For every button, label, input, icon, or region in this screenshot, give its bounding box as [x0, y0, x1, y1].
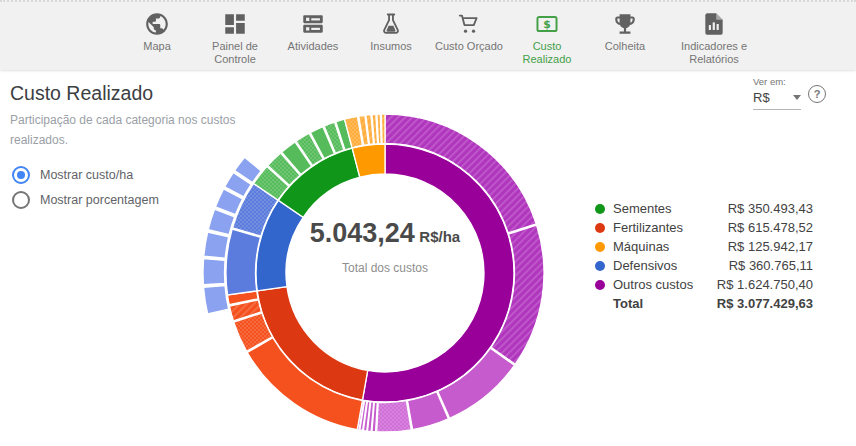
- legend-value: R$ 125.942,17: [728, 239, 813, 254]
- nav-label: Atividades: [288, 40, 339, 53]
- nav-label: Colheita: [605, 40, 645, 53]
- legend-dot: [595, 223, 605, 233]
- legend-name: Defensivos: [613, 258, 729, 273]
- legend-name: Sementes: [613, 201, 728, 216]
- legend-row-sementes[interactable]: Sementes R$ 350.493,43: [595, 199, 813, 218]
- radio-button-icon: [12, 166, 30, 184]
- legend-total-value: R$ 3.077.429,63: [717, 296, 813, 311]
- nav-item-custo-orcado[interactable]: Custo Orçado: [430, 2, 508, 70]
- chart-segment[interactable]: [204, 232, 229, 258]
- legend-value: R$ 615.478,52: [728, 220, 813, 235]
- legend-dot: [595, 261, 605, 271]
- legend-dot: [595, 204, 605, 214]
- cart-icon: [456, 10, 482, 38]
- flask-icon: [378, 10, 404, 38]
- help-icon[interactable]: ?: [808, 85, 826, 103]
- nav-items: Mapa Painel de Controle Atividades Insum…: [118, 2, 764, 70]
- nav-label: Insumos: [370, 40, 412, 53]
- trophy-icon: [612, 10, 638, 38]
- legend-name: Máquinas: [613, 239, 728, 254]
- report-icon: [701, 10, 727, 38]
- legend-row-defensivos[interactable]: Defensivos R$ 360.765,11: [595, 256, 813, 275]
- cost-sunburst-chart[interactable]: [200, 95, 580, 446]
- top-navigation: Mapa Painel de Controle Atividades Insum…: [0, 0, 856, 70]
- legend-row-maquinas[interactable]: Máquinas R$ 125.942,17: [595, 237, 813, 256]
- activities-icon: [300, 10, 326, 38]
- legend-row-total: Total R$ 3.077.429,63: [595, 294, 813, 313]
- nav-label: Custo Orçado: [435, 40, 503, 53]
- chart-legend: Sementes R$ 350.493,43 Fertilizantes R$ …: [595, 199, 813, 313]
- nav-item-colheita[interactable]: Colheita: [586, 2, 664, 70]
- legend-value: R$ 360.765,11: [729, 258, 813, 273]
- nav-label: Custo Realizado: [508, 40, 586, 66]
- nav-item-mapa[interactable]: Mapa: [118, 2, 196, 70]
- nav-item-insumos[interactable]: Insumos: [352, 2, 430, 70]
- legend-value: R$ 1.624.750,40: [717, 277, 813, 292]
- nav-item-indicadores-relatorios[interactable]: Indicadores e Relatórios: [664, 2, 764, 70]
- svg-text:$: $: [543, 18, 551, 31]
- display-mode-options: Mostrar custo/ha Mostrar porcentagem: [12, 166, 159, 216]
- nav-item-atividades[interactable]: Atividades: [274, 2, 352, 70]
- chart-segment[interactable]: [204, 286, 229, 314]
- chart-segment-pattern: [377, 401, 412, 432]
- chart-segment[interactable]: [203, 259, 225, 285]
- radio-mostrar-porcentagem[interactable]: Mostrar porcentagem: [12, 191, 159, 209]
- legend-total-label: Total: [613, 296, 717, 311]
- legend-dot-spacer: [595, 299, 605, 309]
- nav-item-custo-realizado[interactable]: $ Custo Realizado: [508, 2, 586, 70]
- legend-dot: [595, 242, 605, 252]
- money-icon: $: [534, 10, 560, 38]
- legend-name: Fertilizantes: [613, 220, 728, 235]
- globe-icon: [144, 10, 170, 38]
- nav-label: Indicadores e Relatórios: [664, 40, 764, 66]
- radio-mostrar-custo-ha[interactable]: Mostrar custo/ha: [12, 166, 159, 184]
- radio-button-icon: [12, 191, 30, 209]
- legend-row-outros-custos[interactable]: Outros custos R$ 1.624.750,40: [595, 275, 813, 294]
- view-in-label: Ver em:: [753, 76, 801, 87]
- dashboard-icon: [222, 10, 248, 38]
- currency-dropdown-value: R$: [753, 90, 770, 105]
- nav-label: Mapa: [143, 40, 171, 53]
- chevron-down-icon: [793, 95, 801, 100]
- legend-dot: [595, 280, 605, 290]
- legend-value: R$ 350.493,43: [728, 201, 813, 216]
- view-in-control: Ver em: R$: [753, 76, 801, 110]
- radio-label: Mostrar porcentagem: [40, 193, 159, 207]
- currency-dropdown[interactable]: R$: [753, 87, 801, 110]
- page-title: Custo Realizado: [10, 82, 153, 105]
- app-window: Mapa Painel de Controle Atividades Insum…: [0, 0, 856, 446]
- legend-name: Outros custos: [613, 277, 717, 292]
- radio-label: Mostrar custo/ha: [40, 168, 133, 182]
- nav-item-painel-de-controle[interactable]: Painel de Controle: [196, 2, 274, 70]
- chart-segment[interactable]: [226, 229, 261, 295]
- nav-label: Painel de Controle: [196, 40, 274, 66]
- legend-row-fertilizantes[interactable]: Fertilizantes R$ 615.478,52: [595, 218, 813, 237]
